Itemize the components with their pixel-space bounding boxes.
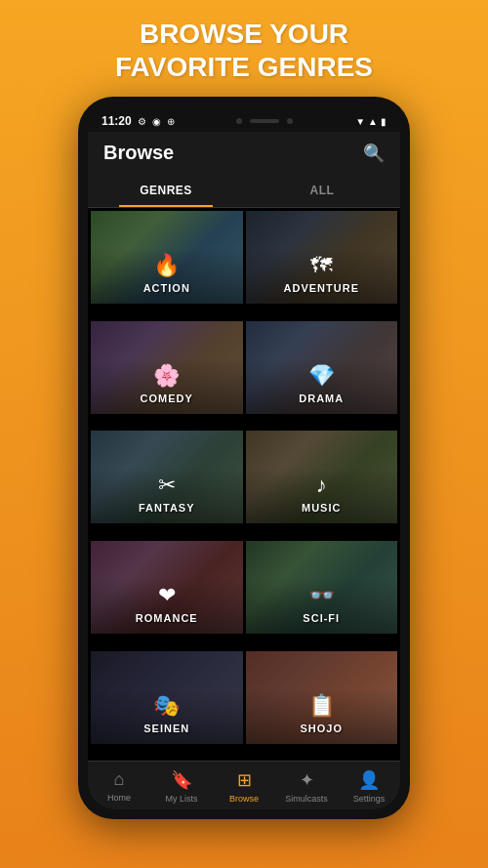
browse-label: Browse: [229, 794, 259, 804]
browse-icon: ⊞: [237, 769, 252, 791]
genre-overlay-fantasy: ✂ FANTASY: [91, 431, 243, 523]
genre-overlay-action: 🔥 ACTION: [91, 211, 243, 304]
genre-card-music[interactable]: ♪ MUSIC: [246, 431, 398, 523]
genre-card-sci-fi[interactable]: 👓 SCI-FI: [246, 541, 398, 634]
genres-grid: 🔥 ACTION 🗺 ADVENTURE 🌸 COMEDY: [88, 208, 400, 761]
bottom-nav: ⌂ Home 🔖 My Lists ⊞ Browse ✦ Simulcasts …: [88, 761, 400, 809]
genre-card-shojo[interactable]: 📋 SHOJO: [246, 651, 398, 744]
phone-frame: 11:20 ⚙ ◉ ⊕ ▼ ▲ ▮ Browse 🔍 GEN: [78, 97, 410, 819]
camera-dot-1: [236, 118, 242, 124]
music-label: MUSIC: [302, 502, 341, 514]
genre-overlay-comedy: 🌸 COMEDY: [91, 321, 243, 414]
genre-card-fantasy[interactable]: ✂ FANTASY: [91, 431, 243, 523]
speaker-bar: [250, 119, 279, 123]
comedy-label: COMEDY: [141, 393, 193, 404]
header-line1: BROWSE YOUR: [115, 18, 373, 51]
sci-fi-label: SCI-FI: [303, 612, 340, 624]
genre-card-comedy[interactable]: 🌸 COMEDY: [91, 321, 243, 414]
adventure-label: ADVENTURE: [284, 282, 359, 294]
settings-icon: 👤: [358, 769, 380, 791]
genre-card-adventure[interactable]: 🗺 ADVENTURE: [246, 211, 398, 304]
search-button[interactable]: 🔍: [363, 143, 385, 164]
fantasy-icon: ✂: [158, 473, 176, 498]
action-icon: 🔥: [153, 253, 180, 278]
seinen-icon: 🎭: [153, 693, 180, 719]
header-line2: FAVORITE GENRES: [115, 51, 373, 84]
genre-overlay-romance: ❤ ROMANCE: [91, 541, 243, 634]
action-label: ACTION: [143, 282, 190, 294]
home-icon: ⌂: [114, 769, 125, 790]
my-lists-label: My Lists: [165, 794, 197, 804]
wifi-icon: ▼: [355, 116, 365, 127]
status-time: 11:20: [102, 114, 132, 128]
romance-label: ROMANCE: [136, 612, 198, 624]
status-right-icons: ▼ ▲ ▮: [355, 116, 386, 127]
app-header: Browse 🔍: [88, 132, 400, 174]
shojo-icon: 📋: [308, 693, 335, 719]
seinen-label: SEINEN: [143, 723, 189, 734]
genre-overlay-shojo: 📋 SHOJO: [246, 651, 398, 744]
genre-overlay-sci-fi: 👓 SCI-FI: [246, 541, 398, 634]
shield-icon: ⊕: [167, 116, 175, 127]
camera-notch: [236, 118, 293, 124]
sci-fi-icon: 👓: [308, 583, 335, 608]
comedy-icon: 🌸: [153, 363, 180, 389]
genre-card-romance[interactable]: ❤ ROMANCE: [91, 541, 243, 634]
romance-icon: ❤: [158, 583, 176, 608]
drama-label: DRAMA: [299, 393, 344, 404]
tab-all[interactable]: ALL: [244, 174, 400, 207]
simulcasts-label: Simulcasts: [285, 794, 328, 804]
adventure-icon: 🗺: [310, 253, 332, 278]
genre-overlay-seinen: 🎭 SEINEN: [91, 651, 243, 744]
page-header: BROWSE YOUR FAVORITE GENRES: [86, 0, 402, 97]
circle-icon: ◉: [152, 116, 161, 127]
genre-overlay-music: ♪ MUSIC: [246, 431, 398, 523]
my-lists-icon: 🔖: [171, 769, 192, 791]
home-label: Home: [107, 793, 131, 803]
music-icon: ♪: [316, 473, 327, 498]
battery-icon: ▮: [381, 116, 386, 127]
nav-browse[interactable]: ⊞ Browse: [213, 762, 275, 809]
nav-simulcasts[interactable]: ✦ Simulcasts: [275, 762, 338, 809]
genre-overlay-adventure: 🗺 ADVENTURE: [246, 211, 398, 304]
nav-settings[interactable]: 👤 Settings: [338, 762, 400, 809]
genre-card-seinen[interactable]: 🎭 SEINEN: [91, 651, 243, 744]
genre-card-action[interactable]: 🔥 ACTION: [91, 211, 243, 304]
phone-screen: 11:20 ⚙ ◉ ⊕ ▼ ▲ ▮ Browse 🔍 GEN: [88, 106, 400, 809]
settings-label: Settings: [353, 794, 386, 804]
nav-my-lists[interactable]: 🔖 My Lists: [150, 762, 213, 809]
fantasy-label: FANTASY: [139, 502, 195, 514]
nav-home[interactable]: ⌂ Home: [88, 762, 150, 809]
tabs-bar: GENRES ALL: [88, 174, 400, 208]
tab-genres[interactable]: GENRES: [88, 174, 244, 207]
genre-card-drama[interactable]: 💎 DRAMA: [246, 321, 398, 414]
signal-icon: ▲: [368, 116, 378, 127]
genre-overlay-drama: 💎 DRAMA: [246, 321, 398, 414]
status-bar: 11:20 ⚙ ◉ ⊕ ▼ ▲ ▮: [88, 106, 400, 132]
settings-icon: ⚙: [138, 116, 146, 127]
camera-dot-2: [287, 118, 293, 124]
simulcasts-icon: ✦: [300, 769, 314, 791]
shojo-label: SHOJO: [300, 723, 343, 734]
drama-icon: 💎: [308, 363, 335, 389]
app-title: Browse: [103, 142, 174, 164]
